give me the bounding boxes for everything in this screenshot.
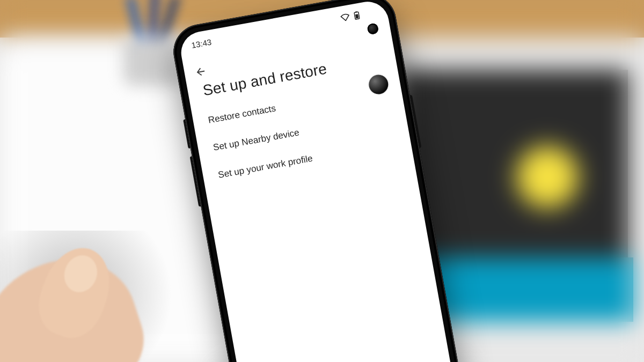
photo-scene: 13:43 Set up and restore Restore contact… [0,0,644,362]
wifi-icon [340,13,350,22]
battery-icon [354,11,361,20]
status-time: 13:43 [191,37,212,49]
status-icons [340,11,360,23]
arrow-back-icon [194,65,208,79]
svg-rect-2 [355,14,358,18]
